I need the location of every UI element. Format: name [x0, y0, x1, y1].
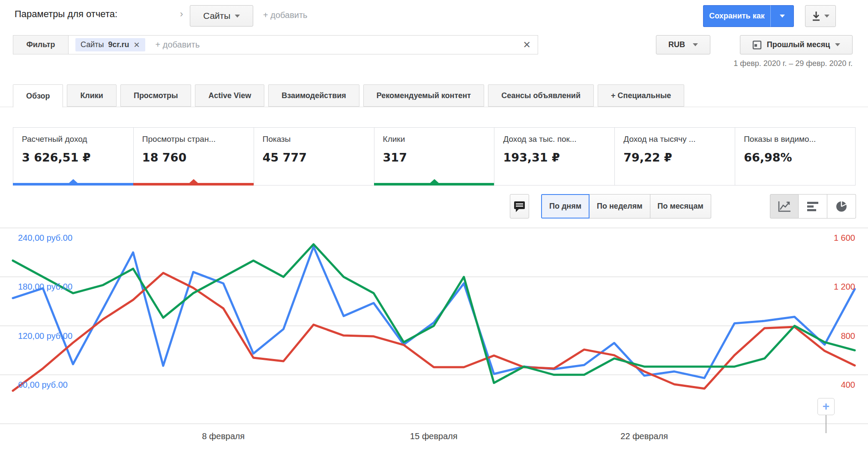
left-axis-label: 60,00 руб.00: [18, 380, 68, 389]
left-axis-label: 240,00 руб.00: [18, 233, 72, 242]
save-as-split-button: Сохранить как: [703, 5, 794, 27]
metric-card-value: 45 777: [263, 151, 365, 164]
metric-card-label: Клики: [383, 135, 486, 144]
metric-card-label: Просмотры стран...: [142, 135, 245, 144]
tab-7[interactable]: Сеансы объявлений: [488, 84, 594, 107]
metric-card-accent-notch: [69, 179, 78, 183]
tab-8[interactable]: + Специальные: [598, 84, 684, 107]
report-date-range: 1 февр. 2020 г. – 29 февр. 2020 г.: [733, 59, 853, 68]
timeseries-chart: 240,00 руб.00180,00 руб.00120,00 руб.006…: [0, 223, 868, 449]
metric-card-label: Показы: [263, 135, 365, 144]
comment-icon: [514, 201, 525, 213]
chart-zoom-stem: [826, 415, 826, 433]
chart-type-pie-button[interactable]: [827, 194, 856, 219]
report-tabs: ОбзорКликиПросмотрыActive ViewВзаимодейс…: [13, 84, 684, 108]
x-axis-label: 15 февраля: [410, 431, 458, 441]
clear-filter-icon[interactable]: ✕: [523, 39, 531, 51]
tab-1[interactable]: Обзор: [13, 84, 63, 108]
filter-input[interactable]: Сайты 9cr.ru ✕ + добавить ✕: [68, 35, 538, 54]
line-chart-icon: [777, 200, 792, 213]
chevron-down-icon: [780, 15, 785, 18]
annotations-button[interactable]: [510, 194, 529, 219]
metric-card-label: Доход на тысячу ...: [623, 135, 726, 144]
right-axis-label: 800: [841, 331, 855, 341]
metric-card-value: 18 760: [142, 151, 245, 164]
metric-card-accent-notch: [430, 179, 439, 183]
right-axis-label: 400: [841, 380, 855, 389]
chart-canvas: 240,00 руб.00180,00 руб.00120,00 руб.006…: [0, 223, 868, 449]
filter-label: Фильтр: [13, 35, 69, 54]
download-icon: [811, 11, 821, 21]
chevron-down-icon: [835, 43, 840, 46]
granularity-2-button[interactable]: По неделям: [590, 194, 650, 219]
report-type-label: Сайты: [203, 11, 230, 21]
left-axis-label: 180,00 руб.00: [18, 282, 72, 291]
metric-card-label: Расчетный доход: [22, 135, 125, 144]
metric-card-value: 79,22 ₽: [623, 151, 726, 164]
date-range-label: Прошлый месяц: [767, 40, 830, 49]
metric-card-label: Показы в видимо...: [744, 135, 847, 144]
metric-card-1[interactable]: Расчетный доход3 626,51 ₽: [13, 127, 134, 186]
tab-4[interactable]: Active View: [195, 84, 264, 107]
left-axis-label: 120,00 руб.00: [18, 331, 72, 341]
metric-card-value: 3 626,51 ₽: [22, 151, 125, 164]
metric-card-2[interactable]: Просмотры стран...18 760: [133, 127, 254, 186]
date-range-dropdown[interactable]: Прошлый месяц: [740, 35, 853, 54]
save-as-button[interactable]: Сохранить как: [703, 5, 770, 27]
metric-card-5[interactable]: Доход за тыс. пок...193,31 ₽: [494, 127, 615, 186]
filter-chip-value: 9cr.ru: [108, 40, 129, 49]
page-title: Параметры для отчета:: [15, 9, 117, 20]
breadcrumb-chevron-icon: ›: [180, 9, 183, 20]
series-line-2: [13, 273, 855, 391]
metric-card-7[interactable]: Показы в видимо...66,98%: [735, 127, 856, 186]
chart-zoom-button[interactable]: +: [817, 398, 835, 415]
currency-label: RUB: [668, 40, 685, 49]
granularity-3-button[interactable]: По месяцам: [650, 194, 711, 219]
right-axis-label: 1 200: [834, 282, 855, 291]
x-axis-label: 8 февраля: [202, 431, 245, 441]
download-button[interactable]: [805, 5, 836, 27]
metric-card-value: 193,31 ₽: [503, 151, 606, 164]
metric-card-accent: [13, 183, 134, 186]
tab-3[interactable]: Просмотры: [120, 84, 192, 107]
tabs-divider: [0, 107, 868, 107]
add-report-parameter-link[interactable]: + добавить: [263, 10, 308, 20]
metric-card-6[interactable]: Доход на тысячу ...79,22 ₽: [614, 127, 735, 186]
x-axis-label: 22 февраля: [620, 431, 668, 441]
metric-card-4[interactable]: Клики317: [374, 127, 495, 186]
chevron-down-icon: [235, 15, 240, 18]
chart-type-bar-button[interactable]: [799, 194, 827, 219]
metric-card-value: 66,98%: [744, 151, 847, 164]
metric-card-3[interactable]: Показы45 777: [254, 127, 374, 186]
tab-6[interactable]: Рекомендуемый контент: [363, 84, 484, 107]
metric-card-label: Доход за тыс. пок...: [503, 135, 606, 144]
bar-chart-icon: [806, 201, 819, 213]
metric-cards: Расчетный доход3 626,51 ₽Просмотры стран…: [13, 127, 855, 186]
right-axis-label: 1 600: [834, 233, 855, 242]
metric-card-accent: [374, 183, 495, 186]
filter-add-placeholder[interactable]: + добавить: [156, 40, 513, 50]
chart-type-toggle: [770, 194, 856, 219]
remove-chip-icon[interactable]: ✕: [134, 40, 140, 50]
metric-card-accent-notch: [189, 179, 198, 183]
tab-2[interactable]: Клики: [67, 84, 117, 107]
filter-chip-type: Сайты: [81, 40, 104, 49]
save-as-menu-button[interactable]: [770, 5, 794, 27]
granularity-1-button[interactable]: По дням: [541, 194, 590, 219]
metric-card-value: 317: [383, 151, 486, 164]
granularity-toggle: По днямПо неделямПо месяцам: [541, 194, 711, 219]
tab-5[interactable]: Взаимодействия: [268, 84, 359, 107]
chevron-down-icon: [693, 43, 698, 46]
pie-chart-icon: [835, 200, 848, 213]
calendar-icon: [752, 40, 762, 50]
report-type-dropdown[interactable]: Сайты: [190, 5, 253, 27]
filter-chip-sites[interactable]: Сайты 9cr.ru ✕: [75, 38, 145, 51]
chevron-down-icon: [824, 15, 829, 18]
series-line-1: [13, 247, 855, 378]
currency-dropdown[interactable]: RUB: [656, 35, 710, 54]
metric-card-accent: [133, 183, 254, 186]
chart-type-line-button[interactable]: [770, 194, 799, 219]
